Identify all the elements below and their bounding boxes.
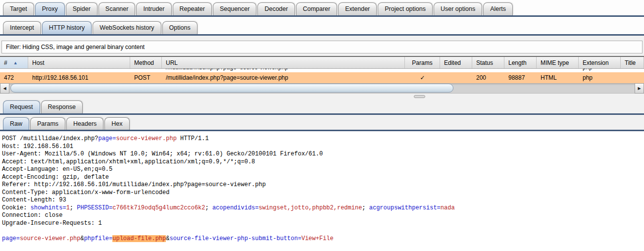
scroll-left-button[interactable]: ◀ (0, 83, 9, 94)
splitter-grip[interactable] (414, 95, 425, 98)
header-text: Accept: text/html,application/xhtml+xml,… (2, 158, 255, 165)
column-header-url[interactable]: URL (162, 57, 405, 68)
table-row-selected[interactable]: 472 http://192.168.56.101 POST /mutillid… (0, 72, 644, 83)
column-header-method[interactable]: Method (130, 57, 162, 68)
table-horizontal-scrollbar[interactable]: ◀ ▶ (0, 83, 644, 94)
param-name: acopendivids= (212, 204, 259, 211)
header-text: ; (205, 204, 212, 211)
tab-intercept[interactable]: Intercept (3, 21, 41, 34)
burp-suite-window: TargetProxySpiderScannerIntruderRepeater… (0, 0, 644, 251)
scroll-right-button[interactable]: ▶ (635, 83, 644, 94)
param-value: nada (441, 204, 455, 211)
param-value: c766tk7i9odq5g4lumc2cco6k2 (112, 204, 205, 211)
request-line: POST /mutillidae/index.php?page=source-v… (2, 135, 644, 143)
partial-cell-title (621, 69, 644, 72)
request-line: Accept-Language: en-US,en;q=0.5 (2, 166, 644, 174)
cell-mime-type: HTML (537, 72, 579, 83)
tab-repeater[interactable]: Repeater (173, 2, 212, 15)
proxy-tab-bar: InterceptHTTP historyWebSockets historyO… (3, 21, 198, 34)
header-text: POST /mutillidae/index.php? (2, 135, 98, 142)
cell-length: 98887 (504, 72, 537, 83)
tab-intruder[interactable]: Intruder (136, 2, 171, 15)
column-header-mime-type[interactable]: MIME type (537, 57, 579, 68)
partial-cell-length (504, 69, 537, 72)
header-text: & (80, 235, 84, 242)
partial-cell-method (130, 69, 162, 72)
tab-options[interactable]: Options (162, 21, 198, 34)
tab-user-options[interactable]: User options (434, 2, 482, 15)
partial-cell-host (28, 69, 130, 72)
http-history-table: #▲ Host Method URL Params Edited Status … (0, 56, 644, 94)
param-name: phpfile= (84, 235, 113, 242)
tab-comparer[interactable]: Comparer (296, 2, 338, 15)
request-line: User-Agent: Mozilla/5.0 (Windows NT 10.0… (2, 151, 644, 158)
header-text: Upgrade-Insecure-Requests: 1 (2, 220, 102, 227)
column-header-extension[interactable]: Extension (579, 57, 621, 68)
request-line: page=source-viewer.php&phpfile=upload-fi… (2, 235, 644, 243)
tab-target[interactable]: Target (3, 2, 34, 15)
header-text: Connection: close (2, 212, 62, 219)
scrollbar-thumb[interactable] (10, 84, 453, 93)
tab-http-history[interactable]: HTTP history (42, 21, 92, 34)
tab-request[interactable]: Request (3, 100, 40, 113)
partial-cell-status (472, 69, 504, 72)
table-row-partial[interactable]: /mutillidae/index.php?page=source-viewer… (0, 69, 644, 72)
cell-extension: php (579, 72, 621, 83)
request-line: Content-Length: 93 (2, 197, 644, 204)
request-line: Accept: text/html,application/xhtml+xml,… (2, 158, 644, 166)
highlighted-param-value: upload-file.php (112, 235, 166, 242)
column-header-edited[interactable]: Edited (440, 57, 472, 68)
filter-bar[interactable]: Filter: Hiding CSS, image and general bi… (1, 41, 643, 53)
view-tab-bar: RawParamsHeadersHex (3, 117, 131, 130)
header-text: Cookie: (2, 204, 31, 211)
params-checkmark-icon: ✓ (405, 72, 440, 83)
partial-cell-url: /mutillidae/index.php?page=source-viewer… (162, 69, 405, 72)
column-header-num[interactable]: #▲ (0, 57, 28, 68)
column-header-status[interactable]: Status (472, 57, 504, 68)
header-text: HTTP/1.1 (177, 135, 209, 142)
param-name: PHPSESSID= (77, 204, 112, 211)
tab-websockets-history[interactable]: WebSockets history (93, 21, 161, 34)
column-header-length[interactable]: Length (504, 57, 537, 68)
tab-headers[interactable]: Headers (66, 117, 103, 130)
request-raw-editor[interactable]: POST /mutillidae/index.php?page=source-v… (0, 131, 644, 251)
column-header-title[interactable]: Title (621, 57, 644, 68)
param-name: acgroupswithpersist= (369, 204, 441, 211)
column-header-host[interactable]: Host (28, 57, 130, 68)
tab-decoder[interactable]: Decoder (257, 2, 295, 15)
header-text: ; (70, 204, 77, 211)
header-text: Host: 192.168.56.101 (2, 143, 73, 150)
partial-cell-params (405, 69, 440, 72)
request-line (2, 227, 644, 235)
tab-spider[interactable]: Spider (66, 2, 98, 15)
tab-proxy[interactable]: Proxy (35, 2, 65, 15)
partial-cell-mime-type (537, 69, 579, 72)
column-header-params[interactable]: Params (405, 57, 440, 68)
message-tab-bar: RequestResponse (3, 100, 84, 113)
partial-cell-num (0, 69, 28, 72)
partial-cell-edited (440, 69, 472, 72)
request-line: Accept-Encoding: gzip, deflate (2, 174, 644, 182)
tab-raw[interactable]: Raw (3, 117, 29, 130)
tab-alerts[interactable]: Alerts (483, 2, 513, 15)
main-tab-underline (0, 15, 644, 17)
cell-host: http://192.168.56.101 (28, 72, 130, 83)
table-header-row: #▲ Host Method URL Params Edited Status … (0, 57, 644, 69)
tab-extender[interactable]: Extender (338, 2, 377, 15)
request-line: Upgrade-Insecure-Requests: 1 (2, 220, 644, 228)
request-line: Host: 192.168.56.101 (2, 143, 644, 151)
param-name: showhints= (31, 204, 66, 211)
message-tab-underline (0, 113, 644, 115)
header-text: Accept-Language: en-US,en;q=0.5 (2, 166, 112, 173)
column-header-num-label: # (4, 59, 7, 66)
tab-sequencer[interactable]: Sequencer (213, 2, 256, 15)
param-name: page= (98, 135, 116, 142)
request-line: Content-Type: application/x-www-form-url… (2, 189, 644, 197)
tab-response[interactable]: Response (41, 100, 83, 113)
tab-project-options[interactable]: Project options (378, 2, 433, 15)
tab-scanner[interactable]: Scanner (99, 2, 136, 15)
tab-params[interactable]: Params (30, 117, 65, 130)
proxy-tab-underline (0, 34, 644, 36)
cell-edited (440, 72, 472, 83)
tab-hex[interactable]: Hex (104, 117, 129, 130)
